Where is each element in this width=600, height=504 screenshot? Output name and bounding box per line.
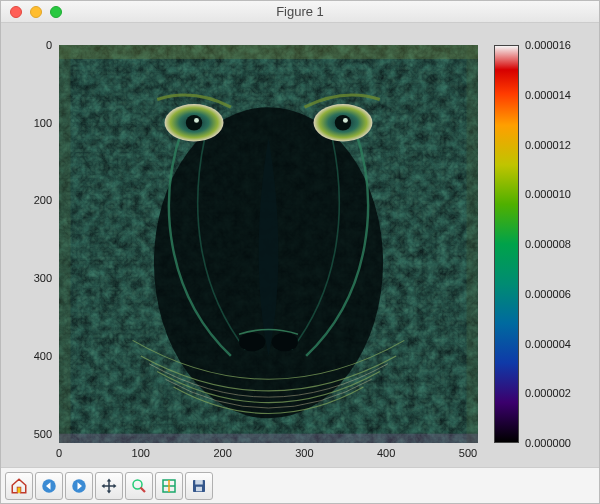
svg-rect-12	[59, 45, 478, 59]
cbar-tick-8: 0.000016	[525, 39, 571, 51]
svg-rect-15	[59, 434, 478, 443]
cbar-tick-6: 0.000012	[525, 139, 571, 151]
svg-point-6	[186, 115, 202, 131]
cbar-tick-7: 0.000014	[525, 89, 571, 101]
ytick-100: 100	[12, 117, 52, 129]
move-icon	[100, 477, 118, 495]
svg-line-20	[141, 487, 146, 492]
arrow-left-icon	[40, 477, 58, 495]
xtick-0: 0	[39, 447, 79, 459]
figure-canvas: 0 100 200 300 400 500 0 100 200 300 400 …	[1, 23, 599, 467]
forward-button[interactable]	[65, 472, 93, 500]
pan-button[interactable]	[95, 472, 123, 500]
cbar-tick-0: 0.000000	[525, 437, 571, 449]
heatmap-image	[59, 45, 478, 443]
figure-window: Figure 1	[0, 0, 600, 504]
save-button[interactable]	[185, 472, 213, 500]
subplots-icon	[160, 477, 178, 495]
xtick-100: 100	[121, 447, 161, 459]
xtick-500: 500	[448, 447, 488, 459]
svg-rect-16	[18, 487, 21, 492]
cbar-tick-4: 0.000008	[525, 238, 571, 250]
svg-rect-14	[467, 45, 478, 443]
xtick-300: 300	[284, 447, 324, 459]
zoom-button[interactable]	[125, 472, 153, 500]
svg-rect-25	[195, 480, 203, 485]
svg-rect-13	[59, 45, 70, 443]
svg-rect-26	[196, 486, 202, 491]
xtick-400: 400	[366, 447, 406, 459]
matplotlib-toolbar	[1, 467, 599, 503]
cbar-tick-3: 0.000006	[525, 288, 571, 300]
heatmap-axes[interactable]	[59, 45, 478, 443]
ytick-0: 0	[12, 39, 52, 51]
cbar-tick-2: 0.000004	[525, 338, 571, 350]
svg-point-7	[335, 115, 351, 131]
ytick-300: 300	[12, 272, 52, 284]
svg-point-9	[343, 118, 348, 123]
home-button[interactable]	[5, 472, 33, 500]
back-button[interactable]	[35, 472, 63, 500]
svg-point-8	[194, 118, 199, 123]
colorbar	[494, 45, 519, 443]
window-titlebar: Figure 1	[1, 1, 599, 23]
home-icon	[10, 477, 28, 495]
ytick-500: 500	[12, 428, 52, 440]
save-icon	[190, 477, 208, 495]
ytick-200: 200	[12, 194, 52, 206]
arrow-right-icon	[70, 477, 88, 495]
zoom-icon	[130, 477, 148, 495]
svg-point-11	[272, 333, 298, 352]
ytick-400: 400	[12, 350, 52, 362]
cbar-tick-1: 0.000002	[525, 387, 571, 399]
subplots-button[interactable]	[155, 472, 183, 500]
xtick-200: 200	[203, 447, 243, 459]
svg-point-10	[239, 333, 265, 352]
window-title: Figure 1	[1, 4, 599, 19]
cbar-tick-5: 0.000010	[525, 188, 571, 200]
